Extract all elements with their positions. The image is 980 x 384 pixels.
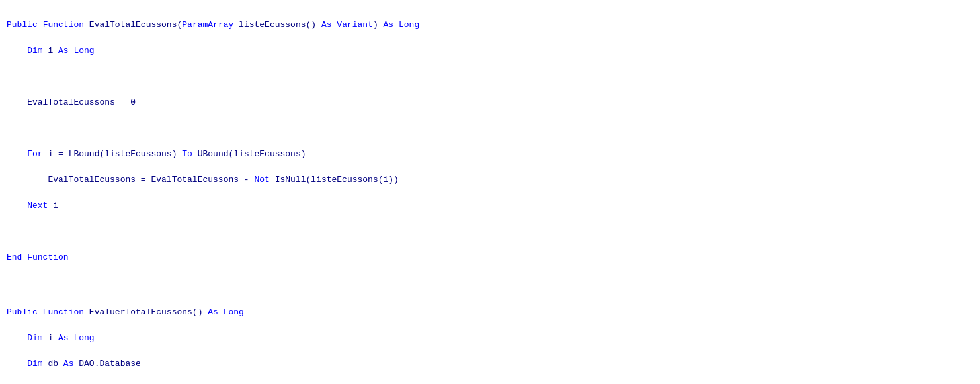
keyword-function-3: Function bbox=[43, 307, 84, 317]
code-line-8: Next i bbox=[7, 199, 973, 213]
keyword-long-1: Long bbox=[399, 20, 419, 30]
code-line-6: For i = LBound(listeEcussons) To UBound(… bbox=[7, 148, 973, 161]
keyword-end-1: End bbox=[7, 252, 22, 262]
keyword-function-1: Function bbox=[43, 20, 84, 30]
code-editor: Public Function EvalTotalEcussons(ParamA… bbox=[0, 0, 980, 282]
code-line-3 bbox=[7, 70, 973, 83]
keyword-dim-3: Dim bbox=[27, 359, 42, 369]
keyword-long-3: Long bbox=[224, 307, 244, 317]
keyword-as-5: As bbox=[58, 333, 69, 343]
keyword-long-4: Long bbox=[73, 333, 94, 343]
keyword-as-2: As bbox=[384, 20, 394, 30]
code-line-5 bbox=[7, 122, 973, 135]
separator-1 bbox=[0, 285, 980, 285]
code-line-10: End Function bbox=[7, 251, 973, 264]
code-line-b1: Public Function EvaluerTotalEcussons() A… bbox=[7, 306, 973, 319]
keyword-next: Next bbox=[27, 201, 48, 211]
code-line-7: EvalTotalEcussons = EvalTotalEcussons - … bbox=[7, 173, 973, 187]
keyword-function-2: Function bbox=[27, 252, 68, 262]
code-line-2: Dim i As Long bbox=[7, 44, 973, 58]
keyword-long-2: Long bbox=[73, 46, 94, 56]
code-line-4: EvalTotalEcussons = 0 bbox=[7, 96, 973, 109]
keyword-public-2: Public bbox=[7, 307, 38, 317]
keyword-for: For bbox=[27, 149, 42, 159]
code-line-b3: Dim db As DAO.Database bbox=[7, 358, 973, 371]
keyword-dim-2: Dim bbox=[27, 333, 42, 343]
code-line-9 bbox=[7, 225, 973, 238]
keyword-public: Public bbox=[7, 20, 38, 30]
code-line-b2: Dim i As Long bbox=[7, 332, 973, 345]
keyword-dim-1: Dim bbox=[27, 46, 42, 56]
keyword-as-6: As bbox=[63, 359, 74, 369]
keyword-to: To bbox=[182, 149, 192, 159]
keyword-not: Not bbox=[254, 175, 269, 185]
keyword-as-3: As bbox=[58, 46, 69, 56]
keyword-variant: Variant bbox=[337, 20, 373, 30]
code-line-1: Public Function EvalTotalEcussons(ParamA… bbox=[7, 19, 973, 32]
keyword-as-4: As bbox=[208, 307, 218, 317]
keyword-paramarray: ParamArray bbox=[182, 20, 233, 30]
code-editor-2: Public Function EvaluerTotalEcussons() A… bbox=[0, 288, 980, 385]
keyword-as-1: As bbox=[321, 20, 332, 30]
